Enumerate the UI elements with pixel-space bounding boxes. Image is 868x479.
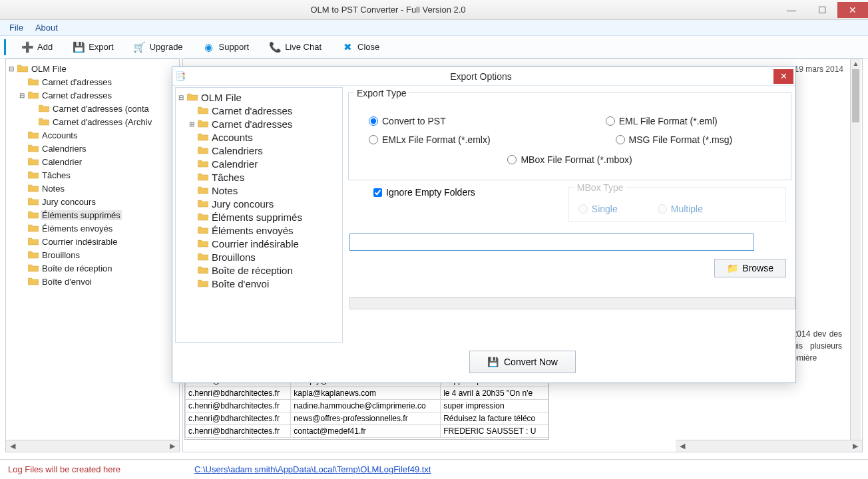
statusbar: Log Files will be created here C:\Users\… [0, 459, 868, 479]
tree-item[interactable]: Carnet d'adresses (conta [7, 102, 178, 115]
tree-item[interactable]: ⊟OLM File [177, 90, 341, 104]
tree-item[interactable]: Calendrier [177, 157, 341, 170]
tree-item[interactable]: Brouillons [177, 250, 341, 263]
mbox-type-legend: MBox Type [574, 182, 626, 193]
preview-vscroll[interactable]: ▲ [850, 59, 861, 440]
table-row[interactable]: c.henri@bdharchitectes.frnews@offres-pro… [186, 412, 548, 425]
mbox-type-fieldset: MBox Type Single Multiple [568, 187, 786, 222]
dialog-folder-tree[interactable]: ⊟OLM FileCarnet d'adresses⊞Carnet d'adre… [175, 87, 343, 343]
menu-about[interactable]: About [35, 23, 58, 33]
titlebar: OLM to PST Converter - Full Version 2.0 … [0, 0, 868, 20]
support-icon: ◉ [203, 41, 215, 53]
radio-mbox-single[interactable]: Single [578, 204, 618, 214]
tree-item[interactable]: Boîte de réception [177, 263, 341, 277]
output-path-input[interactable] [349, 234, 754, 251]
tree-item[interactable]: Carnet d'adresses (Archiv [7, 115, 178, 128]
tree-item[interactable]: ⊟OLM File [7, 62, 178, 75]
table-row[interactable]: c.henri@bdharchitectes.frkapla@kaplanews… [186, 387, 548, 400]
tree-item[interactable]: Jury concours [177, 197, 341, 210]
export-type-fieldset: Export Type Convert to PST EML File Form… [348, 92, 791, 180]
radio-mbox[interactable]: MBox File Format (*.mbox) [507, 154, 632, 165]
upgrade-button[interactable]: 🛒Upgrade [126, 38, 190, 57]
tree-item[interactable]: Accounts [177, 130, 341, 144]
window-title: OLM to PST Converter - Full Version 2.0 [0, 5, 776, 15]
tree-item[interactable]: Boîte d'envoi [7, 275, 178, 288]
tree-item[interactable]: Calendriers [7, 142, 178, 155]
menubar: File About [0, 20, 868, 36]
tree-item[interactable]: Jury concours [7, 195, 178, 208]
livechat-button[interactable]: 📞Live Chat [262, 38, 329, 57]
tree-item[interactable]: Éléments envoyés [177, 224, 341, 237]
radio-msg[interactable]: MSG File Format (*.msg) [616, 134, 733, 145]
menu-file[interactable]: File [9, 23, 23, 33]
dialog-close-button[interactable]: ✕ [773, 69, 793, 84]
tree-item[interactable]: Courrier indésirable [7, 235, 178, 248]
status-log-path[interactable]: C:\Users\adam smith\AppData\Local\Temp\O… [194, 464, 431, 474]
dialog-icon: 📑 [172, 71, 188, 81]
radio-convert-pst[interactable]: Convert to PST [369, 116, 446, 126]
window-close-button[interactable]: ✕ [837, 2, 868, 18]
tree-item[interactable]: Éléments envoyés [7, 222, 178, 235]
close-button[interactable]: ✖Close [334, 38, 387, 57]
radio-mbox-multiple[interactable]: Multiple [658, 204, 703, 214]
tree-item[interactable]: Notes [7, 182, 178, 195]
tree-item[interactable]: Brouillons [7, 248, 178, 261]
tree-item[interactable]: Accounts [7, 128, 178, 142]
preview-date: u 19 mars 2014 [788, 65, 843, 74]
status-log-label: Log Files will be created here [8, 464, 194, 474]
close-icon: ✖ [341, 41, 353, 53]
export-type-legend: Export Type [354, 88, 409, 98]
right-hscroll[interactable]: ◀▶ [676, 440, 862, 452]
table-row[interactable]: c.henri@bdharchitectes.frcontact@medef41… [186, 425, 548, 438]
dialog-title: Export Options [188, 71, 773, 82]
tree-item[interactable]: Éléments supprimés [177, 210, 341, 224]
folder-icon: 📁 [727, 263, 738, 273]
minimize-button[interactable]: — [776, 2, 807, 18]
ignore-empty-checkbox[interactable]: Ignore Empty Folders [353, 187, 475, 198]
tree-item[interactable]: Boîte de réception [7, 261, 178, 275]
radio-eml[interactable]: EML File Format (*.eml) [606, 116, 718, 126]
radio-emlx[interactable]: EMLx File Format (*.emlx) [369, 134, 491, 145]
message-grid[interactable]: c.henri@bdharchitectes.frnoreply@1and1.f… [184, 373, 549, 440]
toolbar: ➕Add 💾Export 🛒Upgrade ◉Support 📞Live Cha… [0, 36, 868, 59]
add-icon: ➕ [21, 41, 33, 53]
add-button[interactable]: ➕Add [14, 38, 60, 57]
folder-tree-panel: ⊟OLM FileCarnet d'adresses⊟Carnet d'adre… [5, 59, 180, 452]
tree-item[interactable]: Carnet d'adresses [7, 75, 178, 88]
tree-item[interactable]: Tâches [177, 170, 341, 184]
left-hscroll[interactable]: ◀▶ [6, 440, 179, 452]
tree-item[interactable]: Boîte d'envoi [177, 277, 341, 290]
dialog-hscroll[interactable] [349, 297, 795, 309]
tree-item[interactable]: Carnet d'adresses [177, 104, 341, 117]
table-row[interactable]: c.henri@bdharchitectes.frnadine.hammouch… [186, 400, 548, 412]
tree-item[interactable]: Tâches [7, 168, 178, 182]
tree-item[interactable]: ⊞Carnet d'adresses [177, 117, 341, 130]
maximize-button[interactable]: ☐ [807, 2, 837, 18]
disk-icon: 💾 [487, 357, 499, 367]
tree-item[interactable]: Calendriers [177, 144, 341, 157]
save-icon: 💾 [73, 41, 85, 53]
tree-item[interactable]: ⊟Carnet d'adresses [7, 88, 178, 102]
export-button[interactable]: 💾Export [65, 38, 121, 57]
tree-item[interactable]: Éléments supprimés [7, 208, 178, 222]
browse-button[interactable]: 📁Browse [714, 259, 786, 277]
tree-item[interactable]: Calendrier [7, 155, 178, 168]
export-options-dialog: 📑 Export Options ✕ ⊟OLM FileCarnet d'adr… [172, 67, 796, 383]
convert-now-button[interactable]: 💾Convert Now [469, 351, 576, 373]
support-button[interactable]: ◉Support [196, 38, 257, 57]
tree-item[interactable]: Courrier indésirable [177, 237, 341, 250]
cart-icon: 🛒 [134, 41, 146, 53]
phone-icon: 📞 [269, 41, 281, 53]
tree-item[interactable]: Notes [177, 184, 341, 197]
